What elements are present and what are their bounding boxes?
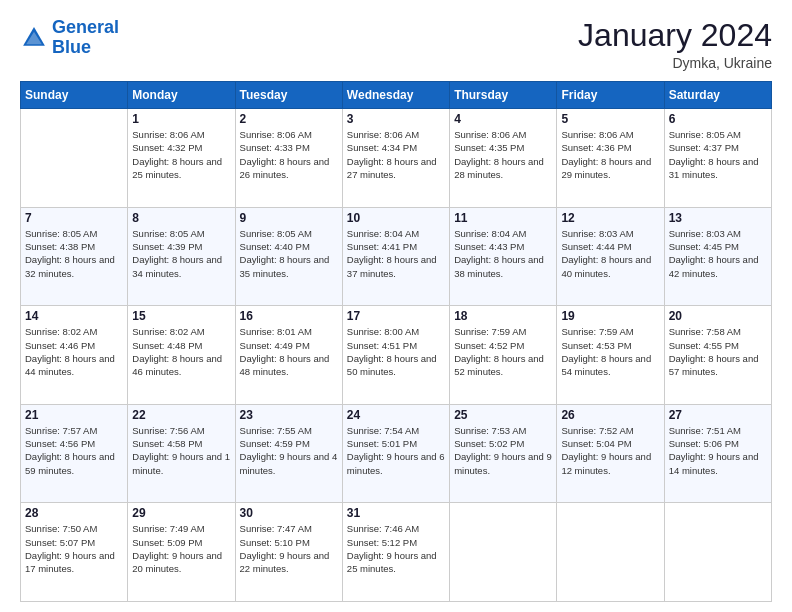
calendar-week-row: 14Sunrise: 8:02 AM Sunset: 4:46 PM Dayli…	[21, 306, 772, 405]
table-row: 4Sunrise: 8:06 AM Sunset: 4:35 PM Daylig…	[450, 109, 557, 208]
day-info: Sunrise: 8:03 AM Sunset: 4:45 PM Dayligh…	[669, 227, 767, 280]
day-number: 3	[347, 112, 445, 126]
table-row: 10Sunrise: 8:04 AM Sunset: 4:41 PM Dayli…	[342, 207, 449, 306]
table-row: 29Sunrise: 7:49 AM Sunset: 5:09 PM Dayli…	[128, 503, 235, 602]
day-info: Sunrise: 8:06 AM Sunset: 4:35 PM Dayligh…	[454, 128, 552, 181]
day-info: Sunrise: 7:51 AM Sunset: 5:06 PM Dayligh…	[669, 424, 767, 477]
logo-line2: Blue	[52, 37, 91, 57]
day-number: 19	[561, 309, 659, 323]
calendar-header-row: Sunday Monday Tuesday Wednesday Thursday…	[21, 82, 772, 109]
day-number: 8	[132, 211, 230, 225]
day-number: 22	[132, 408, 230, 422]
day-info: Sunrise: 7:59 AM Sunset: 4:52 PM Dayligh…	[454, 325, 552, 378]
calendar-week-row: 21Sunrise: 7:57 AM Sunset: 4:56 PM Dayli…	[21, 404, 772, 503]
col-sunday: Sunday	[21, 82, 128, 109]
table-row: 11Sunrise: 8:04 AM Sunset: 4:43 PM Dayli…	[450, 207, 557, 306]
table-row	[664, 503, 771, 602]
table-row: 26Sunrise: 7:52 AM Sunset: 5:04 PM Dayli…	[557, 404, 664, 503]
table-row: 7Sunrise: 8:05 AM Sunset: 4:38 PM Daylig…	[21, 207, 128, 306]
day-number: 1	[132, 112, 230, 126]
table-row: 17Sunrise: 8:00 AM Sunset: 4:51 PM Dayli…	[342, 306, 449, 405]
day-info: Sunrise: 8:06 AM Sunset: 4:34 PM Dayligh…	[347, 128, 445, 181]
day-number: 21	[25, 408, 123, 422]
day-info: Sunrise: 8:04 AM Sunset: 4:43 PM Dayligh…	[454, 227, 552, 280]
day-number: 23	[240, 408, 338, 422]
table-row	[557, 503, 664, 602]
month-title: January 2024	[578, 18, 772, 53]
day-info: Sunrise: 7:47 AM Sunset: 5:10 PM Dayligh…	[240, 522, 338, 575]
day-info: Sunrise: 8:01 AM Sunset: 4:49 PM Dayligh…	[240, 325, 338, 378]
day-info: Sunrise: 8:02 AM Sunset: 4:46 PM Dayligh…	[25, 325, 123, 378]
day-number: 9	[240, 211, 338, 225]
day-number: 25	[454, 408, 552, 422]
day-info: Sunrise: 7:50 AM Sunset: 5:07 PM Dayligh…	[25, 522, 123, 575]
table-row: 12Sunrise: 8:03 AM Sunset: 4:44 PM Dayli…	[557, 207, 664, 306]
day-info: Sunrise: 8:05 AM Sunset: 4:40 PM Dayligh…	[240, 227, 338, 280]
day-number: 4	[454, 112, 552, 126]
day-info: Sunrise: 7:53 AM Sunset: 5:02 PM Dayligh…	[454, 424, 552, 477]
day-info: Sunrise: 7:46 AM Sunset: 5:12 PM Dayligh…	[347, 522, 445, 575]
table-row: 19Sunrise: 7:59 AM Sunset: 4:53 PM Dayli…	[557, 306, 664, 405]
day-number: 30	[240, 506, 338, 520]
logo: General Blue	[20, 18, 119, 58]
table-row: 1Sunrise: 8:06 AM Sunset: 4:32 PM Daylig…	[128, 109, 235, 208]
day-info: Sunrise: 8:05 AM Sunset: 4:38 PM Dayligh…	[25, 227, 123, 280]
day-info: Sunrise: 7:49 AM Sunset: 5:09 PM Dayligh…	[132, 522, 230, 575]
table-row: 23Sunrise: 7:55 AM Sunset: 4:59 PM Dayli…	[235, 404, 342, 503]
calendar-week-row: 7Sunrise: 8:05 AM Sunset: 4:38 PM Daylig…	[21, 207, 772, 306]
day-number: 28	[25, 506, 123, 520]
day-info: Sunrise: 8:06 AM Sunset: 4:33 PM Dayligh…	[240, 128, 338, 181]
logo-icon	[20, 24, 48, 52]
table-row: 5Sunrise: 8:06 AM Sunset: 4:36 PM Daylig…	[557, 109, 664, 208]
day-info: Sunrise: 8:06 AM Sunset: 4:36 PM Dayligh…	[561, 128, 659, 181]
title-block: January 2024 Dymka, Ukraine	[578, 18, 772, 71]
table-row: 27Sunrise: 7:51 AM Sunset: 5:06 PM Dayli…	[664, 404, 771, 503]
table-row: 20Sunrise: 7:58 AM Sunset: 4:55 PM Dayli…	[664, 306, 771, 405]
day-number: 20	[669, 309, 767, 323]
day-info: Sunrise: 7:52 AM Sunset: 5:04 PM Dayligh…	[561, 424, 659, 477]
day-number: 10	[347, 211, 445, 225]
table-row: 3Sunrise: 8:06 AM Sunset: 4:34 PM Daylig…	[342, 109, 449, 208]
table-row: 15Sunrise: 8:02 AM Sunset: 4:48 PM Dayli…	[128, 306, 235, 405]
col-wednesday: Wednesday	[342, 82, 449, 109]
calendar-week-row: 1Sunrise: 8:06 AM Sunset: 4:32 PM Daylig…	[21, 109, 772, 208]
table-row: 14Sunrise: 8:02 AM Sunset: 4:46 PM Dayli…	[21, 306, 128, 405]
table-row: 13Sunrise: 8:03 AM Sunset: 4:45 PM Dayli…	[664, 207, 771, 306]
day-number: 15	[132, 309, 230, 323]
table-row	[21, 109, 128, 208]
table-row: 31Sunrise: 7:46 AM Sunset: 5:12 PM Dayli…	[342, 503, 449, 602]
day-number: 7	[25, 211, 123, 225]
table-row: 6Sunrise: 8:05 AM Sunset: 4:37 PM Daylig…	[664, 109, 771, 208]
day-number: 13	[669, 211, 767, 225]
day-info: Sunrise: 7:59 AM Sunset: 4:53 PM Dayligh…	[561, 325, 659, 378]
col-tuesday: Tuesday	[235, 82, 342, 109]
day-number: 31	[347, 506, 445, 520]
day-number: 24	[347, 408, 445, 422]
day-info: Sunrise: 8:05 AM Sunset: 4:39 PM Dayligh…	[132, 227, 230, 280]
location: Dymka, Ukraine	[578, 55, 772, 71]
day-number: 14	[25, 309, 123, 323]
day-info: Sunrise: 7:57 AM Sunset: 4:56 PM Dayligh…	[25, 424, 123, 477]
logo-line1: General	[52, 17, 119, 37]
page: General Blue January 2024 Dymka, Ukraine…	[0, 0, 792, 612]
table-row: 22Sunrise: 7:56 AM Sunset: 4:58 PM Dayli…	[128, 404, 235, 503]
day-number: 29	[132, 506, 230, 520]
logo-text: General Blue	[52, 18, 119, 58]
day-info: Sunrise: 8:04 AM Sunset: 4:41 PM Dayligh…	[347, 227, 445, 280]
table-row: 21Sunrise: 7:57 AM Sunset: 4:56 PM Dayli…	[21, 404, 128, 503]
col-thursday: Thursday	[450, 82, 557, 109]
day-number: 5	[561, 112, 659, 126]
day-info: Sunrise: 8:03 AM Sunset: 4:44 PM Dayligh…	[561, 227, 659, 280]
col-monday: Monday	[128, 82, 235, 109]
calendar-week-row: 28Sunrise: 7:50 AM Sunset: 5:07 PM Dayli…	[21, 503, 772, 602]
day-number: 18	[454, 309, 552, 323]
day-number: 27	[669, 408, 767, 422]
day-number: 26	[561, 408, 659, 422]
day-info: Sunrise: 7:56 AM Sunset: 4:58 PM Dayligh…	[132, 424, 230, 477]
day-number: 11	[454, 211, 552, 225]
day-number: 17	[347, 309, 445, 323]
table-row: 28Sunrise: 7:50 AM Sunset: 5:07 PM Dayli…	[21, 503, 128, 602]
table-row: 2Sunrise: 8:06 AM Sunset: 4:33 PM Daylig…	[235, 109, 342, 208]
col-friday: Friday	[557, 82, 664, 109]
table-row	[450, 503, 557, 602]
